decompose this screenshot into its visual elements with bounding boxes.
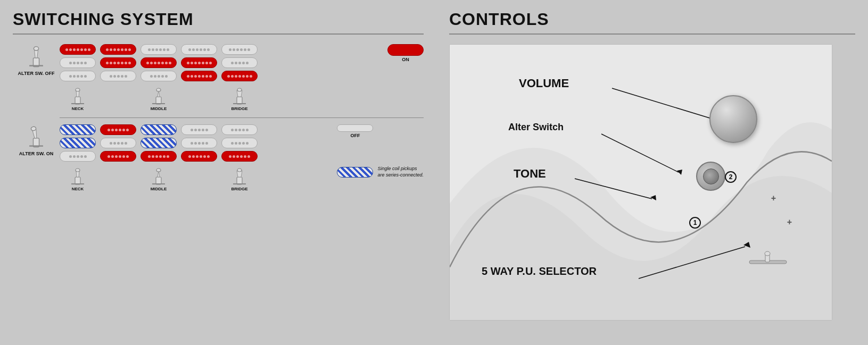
controls-diagram: VOLUME Alter Switch TONE: [449, 44, 832, 321]
pill-off-r2-4: [181, 57, 217, 68]
left-divider: [13, 33, 424, 35]
bridge-switch-off-icon: [232, 86, 247, 106]
tone-knob-inner: [703, 169, 719, 184]
alter-switch-label: Alter Switch: [508, 122, 564, 133]
svg-point-2: [34, 47, 38, 51]
middle-label-off: MIDDLE: [151, 106, 167, 111]
svg-rect-24: [156, 177, 161, 184]
wave-background: [450, 45, 832, 320]
controls-panel: CONTROLS VOLUME: [436, 0, 868, 345]
pill-off-r1-5: [221, 44, 258, 55]
neck-switch-off-icon: [70, 86, 85, 106]
right-divider: [449, 33, 855, 35]
pill-on-r3-2: [100, 151, 136, 162]
middle-switch-off: MIDDLE: [140, 86, 177, 111]
five-way-label: 5 WAY P.U. SELECTOR: [482, 265, 597, 277]
off-row3: [60, 71, 380, 81]
pill-off-r3-2: [100, 71, 136, 81]
pill-on-r2-5: [221, 138, 258, 148]
pill-off-r2-1: [60, 57, 96, 68]
on-row2: [60, 138, 329, 148]
label-circle-2: 2: [725, 171, 737, 183]
pill-on-r1-4: [181, 124, 217, 135]
on-indicator: ON: [387, 44, 424, 62]
bridge-label-on: BRIDGE: [231, 187, 247, 191]
plus-icon-1: +: [787, 217, 792, 227]
mid-divider: [60, 117, 424, 118]
svg-point-30: [237, 169, 242, 172]
selector-switch-icon: [747, 251, 789, 267]
neck-switch-on: NECK: [60, 166, 96, 191]
bridge-label-off: BRIDGE: [231, 106, 247, 111]
on-pill: [387, 44, 424, 56]
svg-point-43: [765, 251, 770, 256]
pill-on-r2-2: [100, 138, 136, 148]
pill-off-r1-3: [140, 44, 177, 55]
pill-on-r2-1: [60, 138, 96, 148]
off-switch-row: NECK MIDDLE: [60, 86, 380, 111]
pill-on-r1-2: [100, 124, 136, 135]
single-coil-icon: [337, 167, 373, 178]
pill-off-r2-2: [100, 57, 136, 68]
on-switch-row: NECK MIDDLE: [60, 166, 329, 191]
pill-off-r3-5: [221, 71, 258, 81]
alter-off-text: ALTER SW. OFF: [18, 71, 55, 76]
pill-on-r3-4: [181, 151, 217, 162]
bridge-switch-on-icon: [232, 166, 247, 187]
on-row3: [60, 151, 329, 162]
off-pill: [337, 124, 373, 132]
alter-off-grid: NECK MIDDLE: [60, 44, 380, 111]
neck-label-on: NECK: [72, 187, 84, 191]
pill-off-r3-1: [60, 71, 96, 81]
pill-off-r2-3: [140, 57, 177, 68]
alter-off-icon: [26, 44, 47, 70]
pill-on-r3-1: [60, 151, 96, 162]
svg-rect-4: [75, 97, 80, 104]
label-circle-1: 1: [689, 217, 701, 229]
plus-icon-2: +: [771, 193, 776, 203]
svg-point-10: [156, 88, 161, 91]
volume-label: VOLUME: [519, 77, 569, 90]
neck-switch-off: NECK: [60, 86, 96, 111]
alter-on-section: ALTER SW. ON: [13, 124, 424, 191]
neck-switch-on-icon: [70, 166, 85, 187]
on-row1: [60, 124, 329, 135]
volume-knob: [709, 95, 757, 143]
pill-off-r1-1: [60, 44, 96, 55]
alter-on-icon: [26, 124, 47, 150]
pill-on-r2-4: [181, 138, 217, 148]
bridge-switch-on: BRIDGE: [221, 166, 258, 191]
pill-off-r1-2: [100, 44, 136, 55]
off-indicator: OFF: [337, 124, 373, 138]
middle-switch-on-icon: [151, 166, 166, 187]
pill-on-r1-5: [221, 124, 258, 135]
svg-point-22: [76, 169, 80, 172]
svg-rect-28: [237, 177, 242, 184]
pill-on-r1-1: [60, 124, 96, 135]
svg-point-26: [156, 169, 161, 172]
bridge-switch-off: BRIDGE: [221, 86, 258, 111]
alter-on-text: ALTER SW. ON: [19, 151, 53, 156]
pill-on-r2-3: [140, 138, 177, 148]
middle-switch-off-icon: [151, 86, 166, 106]
off-label: OFF: [350, 133, 360, 138]
controls-title: CONTROLS: [449, 10, 855, 29]
pill-on-r3-5: [221, 151, 258, 162]
neck-label-off: NECK: [72, 106, 84, 111]
single-coil-text: Single coil pickupsare series-connected.: [377, 166, 424, 178]
svg-point-14: [237, 88, 242, 91]
pill-on-r3-3: [140, 151, 177, 162]
svg-rect-8: [156, 97, 161, 104]
alter-off-section: ALTER SW. OFF: [13, 44, 424, 111]
middle-switch-on: MIDDLE: [140, 166, 177, 191]
alter-off-label: ALTER SW. OFF: [13, 44, 60, 76]
tone-label: TONE: [514, 167, 546, 181]
tone-knob: [696, 162, 725, 191]
pill-on-r1-3: [140, 124, 177, 135]
svg-rect-20: [75, 177, 80, 184]
svg-point-6: [76, 88, 80, 91]
middle-label-on: MIDDLE: [151, 187, 167, 191]
pill-off-r2-5: [221, 57, 258, 68]
single-coil-note: Single coil pickupsare series-connected.: [337, 166, 424, 178]
pill-off-r1-4: [181, 44, 217, 55]
